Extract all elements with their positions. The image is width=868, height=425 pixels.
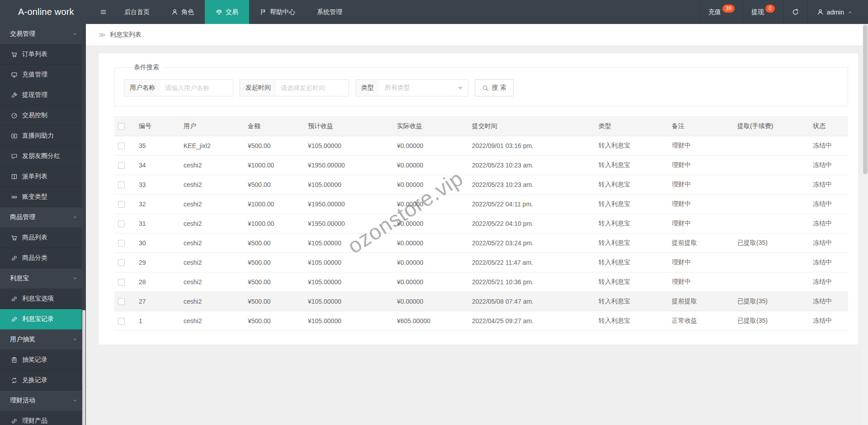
sidebar-item-15[interactable]: 利息宝记录 <box>0 309 86 329</box>
sidebar-item-7[interactable]: 发朋友圈分红 <box>0 146 86 167</box>
column-header: 实际收益 <box>393 117 468 136</box>
row-checkbox[interactable] <box>118 279 125 286</box>
table-cell: KEE_jixl2 <box>180 136 244 156</box>
table-cell <box>734 136 809 156</box>
top-nav-item-2[interactable]: 角色 <box>160 0 205 24</box>
table-cell: ¥500.00 <box>244 253 304 272</box>
row-checkbox[interactable] <box>118 298 125 305</box>
sidebar-item-5[interactable]: 交易控制 <box>0 105 86 126</box>
row-checkbox[interactable] <box>118 143 125 149</box>
table-cell: 冻结中 <box>809 195 848 214</box>
sidebar-item-14[interactable]: 利息宝选项 <box>0 289 86 309</box>
row-checkbox[interactable] <box>118 181 125 188</box>
sidebar-group-13[interactable]: 利息宝 <box>0 268 86 289</box>
sidebar-item-18[interactable]: 兑换记录 <box>0 370 86 391</box>
chevron-down-icon <box>72 31 78 37</box>
table-cell: 2022/05/22 03:24 pm. <box>468 234 595 253</box>
sidebar-item-label: 利息宝记录 <box>22 315 54 323</box>
cart-icon <box>11 234 18 241</box>
table-cell: ¥0.00000 <box>393 175 468 195</box>
table-cell: 28 <box>135 272 180 292</box>
sidebar-group-10[interactable]: 商品管理 <box>0 207 86 228</box>
row-checkbox[interactable] <box>118 240 125 247</box>
table-cell <box>734 272 809 292</box>
sidebar-item-17[interactable]: 抽奖记录 <box>0 350 86 370</box>
sidebar-item-12[interactable]: 商品分类 <box>0 248 86 268</box>
table-cell: ¥1000.00 <box>244 214 304 234</box>
select-all-checkbox[interactable] <box>118 123 125 130</box>
search-panel: 条件搜索 用户名称发起时间类型所有类型 搜 索 <box>114 63 848 106</box>
sidebar-item-3[interactable]: 充值管理 <box>0 65 86 85</box>
table-cell: 27 <box>135 292 180 311</box>
start-time-input[interactable] <box>276 80 349 96</box>
sidebar-item-8[interactable]: 派单列表 <box>0 167 86 187</box>
select-caret-icon <box>458 87 462 90</box>
table-cell: 冻结中 <box>809 292 848 311</box>
table-cell: ¥0.00000 <box>393 292 468 311</box>
top-nav-item-1[interactable]: 后台首页 <box>113 0 160 24</box>
table-row: 33ceshi2¥500.00¥105.00000¥0.000002022/05… <box>114 175 848 195</box>
page-scrollbar-thumb[interactable] <box>863 25 868 174</box>
sidebar-item-2[interactable]: 订单列表 <box>0 44 86 65</box>
sidebar-item-11[interactable]: 商品列表 <box>0 228 86 248</box>
table-cell: ¥1950.00000 <box>304 195 393 214</box>
sidebar-item-20[interactable]: 理财产品 <box>0 411 86 425</box>
username-input[interactable] <box>160 80 233 96</box>
topbar-action-1[interactable]: 充值39 <box>700 0 743 24</box>
search-field-label: 用户名称 <box>124 80 160 96</box>
sidebar-group-1[interactable]: 交易管理 <box>0 24 86 44</box>
top-nav-item-4[interactable]: 帮助中心 <box>249 0 306 24</box>
menu-toggle-button[interactable] <box>93 0 113 24</box>
user-menu[interactable]: admin <box>807 0 868 24</box>
top-nav-label: 后台首页 <box>124 8 150 16</box>
table-cell: 34 <box>135 156 180 175</box>
book-icon <box>11 173 18 180</box>
refresh-button[interactable] <box>783 0 807 24</box>
sidebar-item-9[interactable]: 账变类型 <box>0 187 86 207</box>
sidebar-item-label: 理财产品 <box>22 417 47 425</box>
table-cell: 31 <box>135 214 180 234</box>
column-header: 金额 <box>244 117 304 136</box>
search-panel-title: 条件搜索 <box>129 63 164 72</box>
search-field-label: 类型 <box>356 80 379 96</box>
column-header: 用户 <box>180 117 244 136</box>
sidebar-group-16[interactable]: 用户抽奖 <box>0 329 86 350</box>
search-field-group-3: 类型所有类型 <box>355 79 468 96</box>
table-cell: 29 <box>135 253 180 272</box>
table-cell: 2022/05/08 07:47 am. <box>468 292 595 311</box>
sidebar-item-4[interactable]: 提现管理 <box>0 85 86 105</box>
table-cell: 35 <box>135 136 180 156</box>
top-nav-label: 交易 <box>226 8 238 16</box>
table-cell: ceshi2 <box>180 214 244 234</box>
table-cell: ceshi2 <box>180 195 244 214</box>
table-cell: ¥0.00000 <box>393 234 468 253</box>
row-checkbox[interactable] <box>118 201 125 208</box>
search-field-group-2: 发起时间 <box>240 79 349 96</box>
app-logo: A-online work <box>0 0 93 24</box>
table-cell: 冻结中 <box>809 214 848 234</box>
sidebar-item-6[interactable]: 直播间助力 <box>0 126 86 146</box>
video-icon <box>11 133 18 139</box>
top-nav-item-3[interactable]: 交易 <box>205 0 249 24</box>
chevron-up-icon <box>847 10 853 15</box>
row-checkbox[interactable] <box>118 162 125 169</box>
table-cell: 冻结中 <box>809 156 848 175</box>
type-select[interactable]: 所有类型 <box>379 80 468 96</box>
table-cell: 理财中 <box>668 195 734 214</box>
sidebar-item-label: 账变类型 <box>22 193 47 201</box>
topbar-right: 充值39提现0 admin <box>700 0 868 24</box>
row-checkbox[interactable] <box>118 318 125 325</box>
row-checkbox[interactable] <box>118 259 125 266</box>
page-scrollbar <box>863 24 868 425</box>
person-icon <box>171 9 178 15</box>
sidebar-group-label: 利息宝 <box>10 274 72 282</box>
gavel-icon <box>11 92 18 99</box>
top-nav-item-5[interactable]: 系统管理 <box>306 0 353 24</box>
sidebar-group-19[interactable]: 理财活动 <box>0 391 86 411</box>
search-button[interactable]: 搜 索 <box>475 79 514 96</box>
row-checkbox[interactable] <box>118 220 125 227</box>
sidebar-scrollbar-thumb[interactable] <box>82 310 85 425</box>
table-cell: ¥0.00000 <box>393 272 468 292</box>
column-header: 状态 <box>809 117 848 136</box>
topbar-action-2[interactable]: 提现0 <box>743 0 783 24</box>
